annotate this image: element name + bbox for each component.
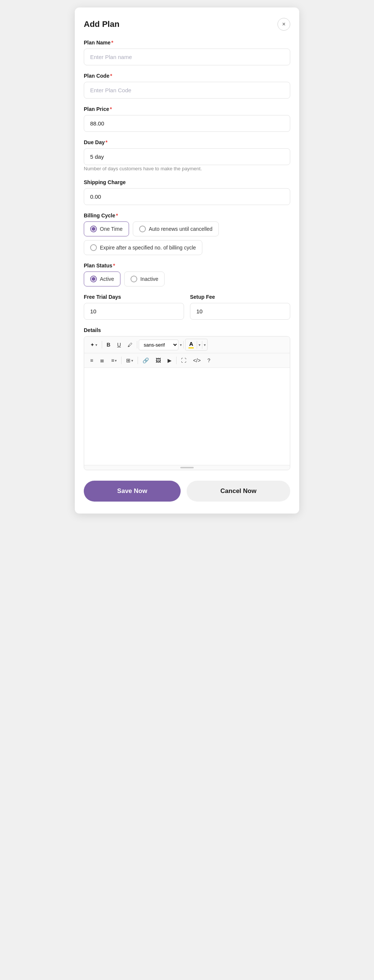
radio-auto-renew-circle — [139, 226, 146, 232]
image-btn[interactable]: 🖼 — [153, 356, 164, 365]
status-active[interactable]: Active — [84, 272, 120, 286]
font-family-select[interactable]: sans-serif serif monospace — [139, 339, 178, 350]
editor-content-area[interactable] — [84, 368, 290, 465]
tb-sep-3 — [183, 341, 184, 348]
ordered-list-btn[interactable]: ≣ — [97, 356, 107, 365]
setup-fee-label: Setup Fee — [190, 294, 290, 300]
rich-text-editor: ✦ ▾ B U 🖊 sans-serif serif monospace — [84, 336, 290, 470]
due-day-label: Due Day* — [84, 139, 290, 145]
free-trial-subgroup: Free Trial Days — [84, 294, 184, 320]
billing-cycle-options: One Time Auto renews until cancelled Exp… — [84, 221, 290, 255]
due-day-input[interactable] — [84, 148, 290, 165]
code-btn[interactable]: </> — [190, 356, 203, 365]
plan-price-label: Plan Price* — [84, 106, 290, 112]
editor-toolbar-row2: ≡ ≣ ≡ ▾ ⊞ ▾ 🔗 🖼 — [84, 353, 290, 368]
expand-btn[interactable]: ⛶ — [178, 356, 189, 365]
plan-status-group: Plan Status* Active Inactive — [84, 262, 290, 286]
plan-status-options: Active Inactive — [84, 272, 290, 286]
radio-active-circle — [90, 275, 97, 282]
add-plan-modal: Add Plan × Plan Name* Plan Code* Plan Pr… — [75, 8, 299, 514]
status-inactive-label: Inactive — [140, 276, 158, 282]
media-btn[interactable]: ▶ — [165, 356, 175, 365]
plan-price-input[interactable] — [84, 115, 290, 132]
shipping-charge-input[interactable] — [84, 188, 290, 205]
billing-cycle-label: Billing Cycle* — [84, 213, 290, 218]
details-group: Details ✦ ▾ B U 🖊 san — [84, 327, 290, 470]
marker-btn[interactable]: 🖊 — [125, 340, 135, 350]
tb-sep-1 — [102, 341, 102, 348]
radio-expire-circle — [90, 244, 97, 251]
tb-sep-4 — [121, 357, 121, 364]
tb-sep-5 — [137, 357, 138, 364]
resize-grip — [180, 467, 194, 468]
billing-expire-label: Expire after a specified no. of billing … — [100, 245, 196, 251]
tb-sep-6 — [176, 357, 177, 364]
editor-toolbar-row1: ✦ ▾ B U 🖊 sans-serif serif monospace — [84, 337, 290, 353]
plan-code-label: Plan Code* — [84, 73, 290, 79]
due-day-hint: Number of days customers have to make th… — [84, 166, 202, 172]
table-btn[interactable]: ⊞ ▾ — [123, 356, 136, 365]
plan-price-group: Plan Price* — [84, 106, 290, 132]
cancel-now-button[interactable]: Cancel Now — [187, 480, 290, 501]
setup-fee-subgroup: Setup Fee — [190, 294, 290, 320]
radio-one-time-circle — [90, 226, 97, 232]
billing-auto-renew[interactable]: Auto renews until cancelled — [133, 221, 219, 236]
editor-resize-handle — [84, 465, 290, 470]
bold-btn[interactable]: B — [104, 340, 113, 350]
save-now-button[interactable]: Save Now — [84, 480, 181, 501]
font-color-caret-btn[interactable]: ▾ — [197, 341, 202, 349]
billing-cycle-group: Billing Cycle* One Time Auto renews unti… — [84, 213, 290, 255]
modal-header: Add Plan × — [84, 18, 290, 30]
plan-code-group: Plan Code* — [84, 73, 290, 99]
font-color-btn-group: A ▾ ▾ — [185, 339, 208, 351]
plan-name-group: Plan Name* — [84, 40, 290, 65]
free-trial-label: Free Trial Days — [84, 294, 184, 300]
status-inactive[interactable]: Inactive — [124, 272, 165, 286]
billing-one-time-label: One Time — [100, 226, 123, 232]
due-day-group: Due Day* Number of days customers have t… — [84, 139, 290, 172]
shipping-charge-label: Shipping Charge — [84, 179, 290, 185]
font-highlight-caret-btn[interactable]: ▾ — [202, 341, 207, 349]
details-label: Details — [84, 327, 290, 333]
plan-name-label: Plan Name* — [84, 40, 290, 46]
plan-name-input[interactable] — [84, 49, 290, 65]
plan-code-input[interactable] — [84, 82, 290, 99]
radio-inactive-circle — [131, 275, 137, 282]
link-btn[interactable]: 🔗 — [139, 356, 152, 365]
align-btn[interactable]: ≡ ▾ — [108, 356, 120, 365]
font-color-main-btn[interactable]: A — [185, 339, 197, 350]
plan-status-label: Plan Status* — [84, 262, 290, 269]
billing-expire[interactable]: Expire after a specified no. of billing … — [84, 240, 202, 255]
unordered-list-btn[interactable]: ≡ — [87, 356, 96, 365]
tb-sep-2 — [137, 341, 137, 348]
trial-setup-group: Free Trial Days Setup Fee — [84, 294, 290, 320]
status-active-label: Active — [100, 276, 114, 282]
shipping-charge-group: Shipping Charge — [84, 179, 290, 205]
footer-buttons: Save Now Cancel Now — [84, 480, 290, 501]
help-btn[interactable]: ? — [205, 356, 214, 365]
setup-fee-input[interactable] — [190, 303, 290, 320]
modal-title: Add Plan — [84, 19, 119, 29]
free-trial-input[interactable] — [84, 303, 184, 320]
billing-auto-renew-label: Auto renews until cancelled — [149, 226, 213, 232]
billing-one-time[interactable]: One Time — [84, 221, 129, 236]
close-button[interactable]: × — [278, 18, 290, 30]
underline-btn[interactable]: U — [114, 340, 124, 350]
magic-btn[interactable]: ✦ ▾ — [87, 340, 100, 350]
